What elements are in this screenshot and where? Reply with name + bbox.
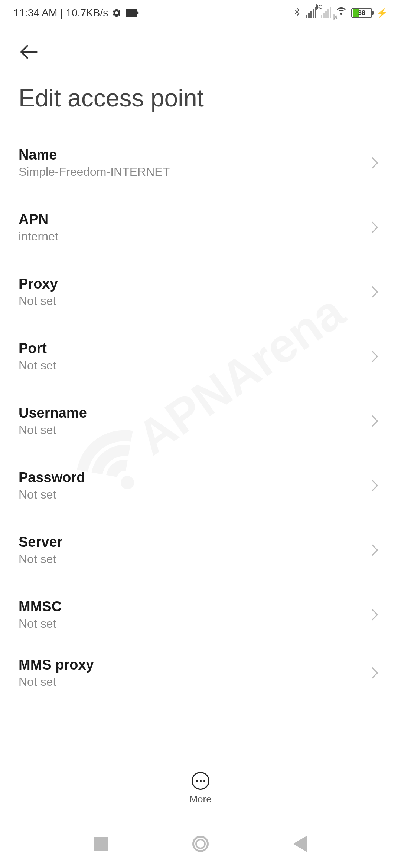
- row-port[interactable]: Port Not set: [19, 324, 382, 389]
- row-password[interactable]: Password Not set: [19, 453, 382, 518]
- gear-icon: [112, 8, 121, 18]
- row-username-label: Username: [19, 405, 87, 421]
- back-button[interactable]: [19, 41, 41, 63]
- camera-icon: [126, 9, 137, 17]
- row-name[interactable]: Name Simple-Freedom-INTERNET: [19, 131, 382, 195]
- chevron-right-icon: [366, 480, 378, 491]
- nav-home-button[interactable]: [192, 836, 209, 852]
- nav-back-button[interactable]: [293, 836, 307, 852]
- page-title: Edit access point: [19, 84, 382, 112]
- chevron-right-icon: [366, 544, 378, 556]
- chevron-right-icon: [366, 157, 378, 168]
- more-dots-icon: [192, 772, 209, 790]
- row-username-value: Not set: [19, 423, 87, 437]
- row-name-value: Simple-Freedom-INTERNET: [19, 165, 170, 179]
- row-name-label: Name: [19, 147, 170, 163]
- row-port-value: Not set: [19, 359, 56, 372]
- battery-icon: 38: [351, 8, 372, 18]
- more-button-label: More: [189, 793, 211, 805]
- row-server-label: Server: [19, 534, 62, 550]
- signal-4g-label: 4G: [316, 4, 317, 10]
- row-mms-proxy[interactable]: MMS proxy Not set: [19, 647, 382, 699]
- row-mms-proxy-label: MMS proxy: [19, 657, 94, 673]
- row-mmsc[interactable]: MMSC Not set: [19, 582, 382, 647]
- signal-sim2-icon: ✕: [321, 8, 331, 18]
- android-nav-bar: [0, 819, 401, 868]
- row-apn-value: internet: [19, 230, 58, 243]
- bluetooth-icon: [293, 6, 301, 20]
- row-proxy[interactable]: Proxy Not set: [19, 260, 382, 324]
- row-username[interactable]: Username Not set: [19, 389, 382, 453]
- wifi-icon: [336, 7, 347, 19]
- row-apn[interactable]: APN internet: [19, 195, 382, 260]
- row-proxy-label: Proxy: [19, 276, 58, 292]
- row-mmsc-label: MMSC: [19, 599, 62, 615]
- header: Edit access point: [0, 26, 401, 119]
- row-password-value: Not set: [19, 488, 85, 502]
- row-proxy-value: Not set: [19, 294, 58, 308]
- chevron-right-icon: [366, 667, 378, 678]
- battery-percent-label: 38: [352, 9, 371, 17]
- chevron-right-icon: [366, 351, 378, 362]
- chevron-right-icon: [366, 415, 378, 427]
- row-server-value: Not set: [19, 552, 62, 566]
- chevron-right-icon: [366, 221, 378, 233]
- nav-recents-button[interactable]: [94, 837, 108, 851]
- arrow-left-icon: [19, 42, 39, 62]
- status-bar: 11:34 AM | 10.7KB/s 4G ✕ 38 ⚡: [0, 0, 401, 26]
- row-mms-proxy-value: Not set: [19, 675, 94, 689]
- row-password-label: Password: [19, 470, 85, 486]
- more-button[interactable]: More: [0, 772, 401, 805]
- settings-list: Name Simple-Freedom-INTERNET APN interne…: [0, 119, 401, 699]
- row-server[interactable]: Server Not set: [19, 518, 382, 582]
- chevron-right-icon: [366, 609, 378, 620]
- status-sep: |: [60, 7, 63, 19]
- chevron-right-icon: [366, 286, 378, 297]
- status-kbs: 10.7KB/s: [66, 7, 108, 19]
- row-apn-label: APN: [19, 211, 58, 227]
- row-mmsc-value: Not set: [19, 617, 62, 631]
- status-right-cluster: 4G ✕ 38 ⚡: [293, 6, 388, 20]
- row-port-label: Port: [19, 341, 56, 356]
- status-left-cluster: 11:34 AM | 10.7KB/s: [13, 7, 137, 19]
- status-time: 11:34 AM: [13, 7, 57, 19]
- charging-icon: ⚡: [376, 8, 388, 18]
- signal-sim1-icon: 4G: [306, 8, 316, 18]
